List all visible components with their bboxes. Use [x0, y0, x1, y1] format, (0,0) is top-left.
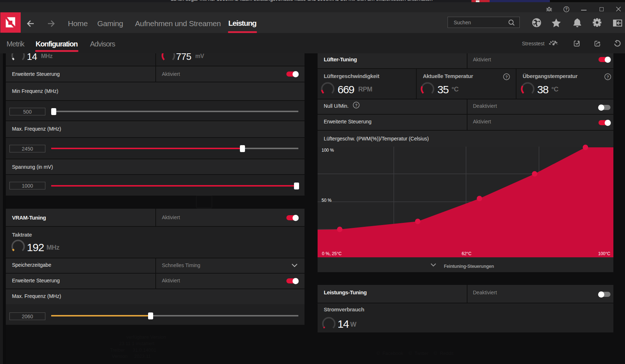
svg-text:?: ?	[565, 7, 567, 11]
svg-text:?: ?	[355, 103, 358, 107]
svg-text:U: U	[548, 8, 550, 11]
svg-text:?: ?	[505, 75, 508, 79]
svg-text:?: ?	[606, 75, 609, 79]
